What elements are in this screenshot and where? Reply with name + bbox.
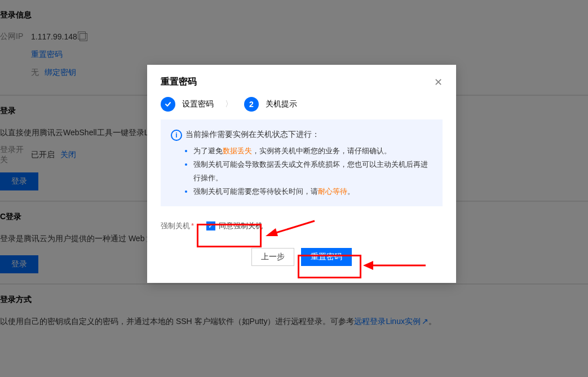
modal-title: 重置密码 <box>161 76 197 88</box>
step-indicator: 设置密码 〉 2 关机提示 <box>147 96 456 119</box>
alert-bullet-2: 强制关机可能会导致数据丢失或文件系统损坏，您也可以主动关机后再进行操作。 <box>193 158 432 185</box>
agree-force-shutdown-label: 同意强制关机 <box>219 221 263 231</box>
agree-force-shutdown-field[interactable]: ✓ 同意强制关机 <box>202 218 267 234</box>
reset-password-modal: 重置密码 ✕ 设置密码 〉 2 关机提示 i 当前操作需要实例在关机状态下进行：… <box>147 65 456 283</box>
step-1-label: 设置密码 <box>182 99 214 109</box>
reset-password-submit-button[interactable]: 重置密码 <box>301 248 352 266</box>
step-1-badge <box>161 97 175 112</box>
alert-bullet-1: 为了避免数据丢失，实例将关机中断您的业务，请仔细确认。 <box>193 144 432 158</box>
info-icon: i <box>171 130 182 141</box>
step-2-label: 关机提示 <box>266 99 297 109</box>
shutdown-warning-box: i 当前操作需要实例在关机状态下进行： 为了避免数据丢失，实例将关机中断您的业务… <box>161 119 443 206</box>
force-shutdown-label: 强制关机* <box>161 221 194 231</box>
close-icon[interactable]: ✕ <box>434 77 443 87</box>
chevron-right-icon: 〉 <box>225 99 233 109</box>
step-2-badge: 2 <box>244 97 259 112</box>
alert-bullet-3: 强制关机可能需要您等待较长时间，请耐心等待。 <box>193 185 432 198</box>
checkbox-checked-icon[interactable]: ✓ <box>206 221 215 230</box>
previous-step-button[interactable]: 上一步 <box>251 248 294 266</box>
alert-heading: 当前操作需要实例在关机状态下进行： <box>185 130 432 140</box>
